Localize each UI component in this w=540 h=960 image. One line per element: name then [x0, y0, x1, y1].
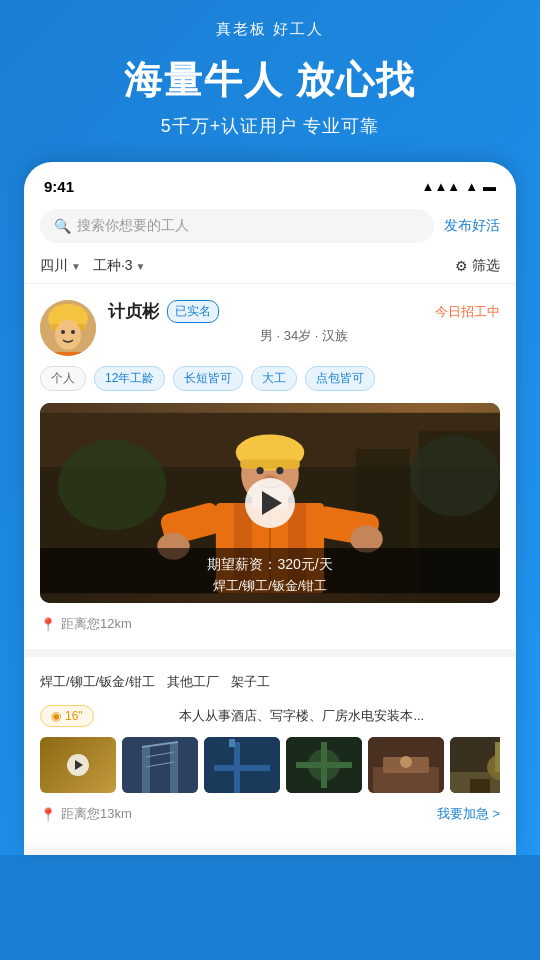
worker-card-1[interactable]: 计贞彬 已实名 今日招工中 男 · 34岁 · 汉族 个人 12年工龄 长短皆可… [24, 284, 516, 657]
thumbnail-6[interactable] [450, 737, 500, 793]
svg-rect-29 [142, 747, 150, 793]
second-distance-row: 📍 距离您13km 我要加急 > [40, 805, 500, 823]
wifi-icon: ▲ [465, 179, 478, 194]
svg-rect-30 [170, 742, 178, 793]
status-bar: 9:41 ▲▲▲ ▲ ▬ [24, 174, 516, 203]
svg-rect-50 [470, 779, 490, 793]
tag-individual: 个人 [40, 366, 86, 391]
voice-row: ◉ 16" 本人从事酒店、写字楼、厂房水电安装本... [40, 705, 500, 727]
tag-experience: 12年工龄 [94, 366, 165, 391]
bottom-fade [24, 835, 516, 855]
region-chevron-icon: ▼ [71, 261, 81, 272]
skill-filter-welding[interactable]: 焊工/铆工/钣金/钳工 [40, 669, 155, 695]
video-skills: 焊工/铆工/钣金/钳工 [52, 577, 488, 595]
thumbnail-1[interactable] [40, 737, 116, 793]
urgent-button[interactable]: 我要加急 > [437, 805, 500, 823]
skill-filter-scaffold[interactable]: 架子工 [231, 669, 270, 695]
play-button[interactable] [245, 478, 295, 528]
skill-filter-factory[interactable]: 其他工厂 [167, 669, 219, 695]
svg-point-12 [410, 435, 500, 516]
region-label: 四川 [40, 257, 68, 275]
video-container[interactable]: 期望薪资：320元/天 焊工/铆工/钣金/钳工 [40, 403, 500, 603]
second-card[interactable]: 焊工/铆工/钣金/钳工 其他工厂 架子工 ◉ 16" 本人从事酒店、写字楼、厂房… [24, 657, 516, 835]
avatar-face [40, 300, 96, 356]
region-filter[interactable]: 四川 ▼ [40, 257, 81, 275]
search-bar: 🔍 搜索你想要的工人 发布好活 [24, 203, 516, 249]
search-icon: 🔍 [54, 218, 71, 234]
worker-name: 计贞彬 [108, 300, 159, 323]
svg-point-5 [71, 330, 75, 334]
top-banner: 真老板 好工人 海量牛人 放心找 5千万+认证用户 专业可靠 9:41 ▲▲▲ … [0, 0, 540, 855]
svg-rect-41 [296, 762, 352, 768]
voice-text: 本人从事酒店、写字楼、厂房水电安装本... [104, 707, 500, 725]
verified-badge: 已实名 [167, 300, 219, 323]
thumbnails-row [40, 737, 500, 793]
search-input-wrap[interactable]: 🔍 搜索你想要的工人 [40, 209, 434, 243]
second-distance-text-row: 📍 距离您13km [40, 805, 132, 823]
thumb-play-1 [67, 754, 89, 776]
svg-point-18 [256, 467, 263, 474]
screen-filter[interactable]: ⚙ 筛选 [455, 257, 500, 275]
voice-badge[interactable]: ◉ 16" [40, 705, 94, 727]
phone-mockup: 9:41 ▲▲▲ ▲ ▬ 🔍 搜索你想要的工人 发布好活 四川 ▼ 工种·3 ▼ [24, 162, 516, 855]
search-placeholder: 搜索你想要的工人 [77, 217, 189, 235]
thumbnail-4[interactable] [286, 737, 362, 793]
status-time: 9:41 [44, 178, 74, 195]
tag-worker-type: 大工 [251, 366, 297, 391]
second-distance-text: 距离您13km [61, 805, 132, 823]
top-slogan: 真老板 好工人 [0, 20, 540, 39]
location-icon-2: 📍 [40, 807, 56, 822]
svg-rect-17 [240, 460, 300, 469]
play-triangle-icon [262, 491, 282, 515]
svg-rect-49 [495, 742, 500, 772]
svg-point-4 [61, 330, 65, 334]
card-header: 计贞彬 已实名 今日招工中 男 · 34岁 · 汉族 [40, 300, 500, 356]
video-overlay: 期望薪资：320元/天 焊工/铆工/钣金/钳工 [40, 548, 500, 603]
main-title: 海量牛人 放心找 [0, 55, 540, 106]
tag-duration: 长短皆可 [173, 366, 243, 391]
tags-row: 个人 12年工龄 长短皆可 大工 点包皆可 [40, 366, 500, 391]
svg-point-11 [58, 440, 166, 530]
svg-rect-37 [229, 739, 235, 747]
thumb-play-icon-1 [75, 760, 83, 770]
svg-rect-36 [214, 765, 270, 771]
video-salary: 期望薪资：320元/天 [52, 556, 488, 574]
distance-text: 距离您12km [61, 615, 132, 633]
tag-contract: 点包皆可 [305, 366, 375, 391]
status-icons: ▲▲▲ ▲ ▬ [422, 179, 496, 194]
location-icon: 📍 [40, 617, 56, 632]
voice-wave-icon: ◉ [51, 709, 61, 723]
work-type-chevron-icon: ▼ [136, 261, 146, 272]
worker-info: 计贞彬 已实名 今日招工中 男 · 34岁 · 汉族 [108, 300, 500, 345]
sub-title: 5千万+认证用户 专业可靠 [0, 114, 540, 138]
avatar [40, 300, 96, 356]
work-type-filter[interactable]: 工种·3 ▼ [93, 257, 146, 275]
name-row: 计贞彬 已实名 今日招工中 [108, 300, 500, 323]
filter-bar: 四川 ▼ 工种·3 ▼ ⚙ 筛选 [24, 249, 516, 284]
svg-rect-6 [52, 352, 84, 356]
battery-icon: ▬ [483, 179, 496, 194]
skills-filter-row: 焊工/铆工/钣金/钳工 其他工厂 架子工 [40, 669, 500, 695]
signal-icon: ▲▲▲ [422, 179, 461, 194]
svg-point-45 [400, 756, 412, 768]
screen-label: 筛选 [472, 257, 500, 275]
worker-detail: 男 · 34岁 · 汉族 [108, 327, 500, 345]
thumbnail-3[interactable] [204, 737, 280, 793]
thumbnail-5[interactable] [368, 737, 444, 793]
filter-icon: ⚙ [455, 258, 468, 274]
svg-point-19 [276, 467, 283, 474]
distance-row: 📍 距离您12km [40, 615, 500, 633]
voice-duration: 16" [65, 709, 83, 723]
post-job-button[interactable]: 发布好活 [444, 217, 500, 235]
thumbnail-2[interactable] [122, 737, 198, 793]
svg-point-3 [55, 320, 81, 350]
working-status-badge: 今日招工中 [435, 303, 500, 321]
work-type-label: 工种·3 [93, 257, 133, 275]
